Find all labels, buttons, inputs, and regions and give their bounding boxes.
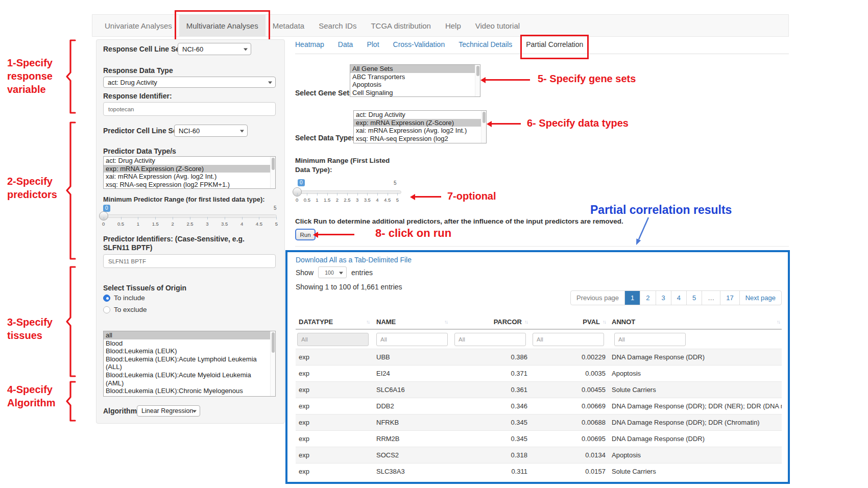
page-button[interactable]: 2 [640,291,655,305]
tab[interactable]: Plot [367,40,379,54]
column-header-parcor[interactable]: PARCOR ↑↓ [451,318,529,326]
algorithm-select[interactable]: Linear Regression [137,405,200,417]
filter-input-pval[interactable] [533,333,604,346]
column-header-annot[interactable]: ANNOT ↑↓ [608,318,782,326]
sort-icon[interactable]: ↑↓ [366,319,373,325]
table-row[interactable]: exp UBB 0.386 0.00229 DNA Damage Respons… [296,349,782,365]
scrollbar[interactable] [270,157,275,188]
filter-input-annot[interactable] [614,333,686,346]
table-row[interactable]: exp SLC38A3 0.311 0.0157 Solute Carriers [296,463,782,479]
listbox-option[interactable]: act: Drug Activity [354,111,481,119]
response-identifier-input[interactable]: topotecan [103,102,276,116]
filter-input-datatype[interactable] [297,333,369,346]
sort-icon[interactable]: ↑↓ [777,319,780,325]
cell-parcor: 0.345 [451,419,529,426]
download-link-text[interactable]: Download All as a Tab-Delimited File [296,256,412,264]
cell-parcor: 0.346 [451,402,529,410]
cell-datatype: exp [296,370,373,377]
cell-datatype: exp [296,386,373,394]
column-header-name[interactable]: NAME ↑↓ [373,318,451,326]
page-button[interactable]: 3 [656,291,671,305]
cell-datatype: exp [296,353,373,361]
response-identifier-label: Response Identifier: [103,92,172,100]
tissue-listbox[interactable]: allBloodBlood:Leukemia (LEUK)Blood:Leuke… [103,331,276,397]
pagination: Previous page12345…17Next page [570,290,782,305]
sort-icon[interactable]: ↑↓ [524,319,527,325]
listbox-option[interactable]: All Gene Sets [350,65,475,73]
listbox-option[interactable]: exp: mRNA Expression (Z-Score) [354,119,481,127]
show-entries-row: Show 100 entries [296,266,373,278]
nav-item[interactable]: Multivariate Analyses [179,15,266,36]
tab[interactable]: Partial Correlation [526,40,583,54]
cell-annot: DNA Damage Response (DDR); DDR (NER); DD… [608,402,782,410]
nav-item[interactable]: Video tutorial [468,15,527,36]
tab[interactable]: Technical Details [459,40,512,54]
listbox-option[interactable]: all [104,331,270,339]
page-button[interactable]: 1 [624,291,640,305]
listbox-option[interactable]: Blood:Leukemia (LEUK):Acute Lymphoid Leu… [104,355,270,371]
table-row[interactable]: exp NFRKB 0.345 0.00688 DNA Damage Respo… [296,414,782,430]
gene-sets-listbox[interactable]: All Gene SetsABC TransportersApoptosisCe… [350,64,480,97]
nav-item[interactable]: Help [438,15,468,36]
column-header-datatype[interactable]: DATATYPE ↑↓ [296,318,373,326]
entries-count-select[interactable]: 100 [318,266,347,278]
nav-item[interactable]: Search IDs [311,15,364,36]
radio-selected-icon[interactable] [103,295,110,302]
listbox-option[interactable]: exp: mRNA Expression (Z-Score) [104,165,275,173]
slider-tick-label: 0 [296,197,298,203]
filter-input-name[interactable] [376,333,448,346]
table-row[interactable]: exp RRM2B 0.345 0.00695 DNA Damage Respo… [296,430,782,447]
listbox-option[interactable]: Blood [104,339,270,348]
sort-icon[interactable]: ↑↓ [444,319,451,325]
listbox-option[interactable]: xai: mRNA Expression (Avg. log2 Int.) [104,173,275,181]
tab[interactable]: Heatmap [295,40,324,54]
page-button[interactable]: 4 [671,291,686,305]
page-button[interactable]: 17 [720,291,739,305]
listbox-option[interactable]: ABC Transporters [350,73,475,81]
min-range-slider[interactable] [296,190,401,194]
slider-tick-label: 3 [206,221,208,227]
listbox-option[interactable]: Blood:Leukemia (LEUK) [104,347,270,355]
data-types-listbox[interactable]: act: Drug Activityexp: mRNA Expression (… [353,110,487,143]
filter-input-parcor[interactable] [454,333,526,346]
listbox-option[interactable]: xsq: RNA-seq Expression (log2 FPKM+1.) [104,181,275,189]
page-button[interactable]: Next page [739,291,781,305]
table-row[interactable]: exp SLC6A16 0.361 0.00455 Solute Carrier… [296,381,782,398]
response-data-type-select[interactable]: act: Drug Activity [103,77,276,88]
table-row[interactable]: exp SOCS2 0.318 0.0134 Apoptosis [296,447,782,463]
slider-tick-label: 2.5 [186,221,193,227]
radio-exclude[interactable]: To exclude [103,306,147,313]
scrollbar[interactable] [270,331,275,396]
nav-item[interactable]: TCGA distribution [364,15,438,36]
scrollbar[interactable] [481,111,486,143]
listbox-option[interactable]: Cell Signaling [350,89,475,97]
run-button[interactable]: Run [295,229,316,240]
nav-item[interactable]: Metadata [266,15,312,36]
page-button[interactable]: Previous page [571,291,624,305]
listbox-option[interactable]: Blood:Leukemia (LEUK):Chronic Myelogenou… [104,387,270,397]
page-button[interactable]: 5 [686,291,702,305]
slider-tick-label: 4.5 [256,221,262,227]
download-link[interactable]: Download All as a Tab-Delimited File [296,256,412,264]
tab[interactable]: Cross-Validation [393,40,445,54]
showing-entries-text: Showing 1 to 100 of 1,661 entries [296,283,402,291]
listbox-option[interactable]: xai: mRNA Expression (Avg. log2 Int.) [354,127,481,135]
radio-unselected-icon[interactable] [103,306,110,313]
table-row[interactable]: exp DDB2 0.346 0.00669 DNA Damage Respon… [296,398,782,414]
predictor-identifiers-input[interactable]: SLFN11 BPTF [103,254,276,268]
predictor-data-types-listbox[interactable]: act: Drug Activityexp: mRNA Expression (… [103,156,276,189]
listbox-option[interactable]: Blood:Leukemia (LEUK):Acute Myeloid Leuk… [104,371,270,387]
tab[interactable]: Data [338,40,353,54]
radio-include[interactable]: To include [103,294,145,302]
nav-item[interactable]: Univariate Analyses [98,15,179,36]
response-cell-line-set-select[interactable]: NCI-60 [178,43,251,55]
listbox-option[interactable]: xsq: RNA-seq Expression (log2 FPKM+1.) [354,135,481,143]
predictor-cell-line-set-select[interactable]: NCI-60 [174,125,248,137]
sort-icon[interactable]: ↑↓ [602,319,606,325]
scrollbar[interactable] [475,65,480,96]
listbox-option[interactable]: Apoptosis [350,81,475,89]
page-button[interactable]: … [702,291,720,305]
listbox-option[interactable]: act: Drug Activity [104,157,275,165]
table-row[interactable]: exp EI24 0.371 0.0035 Apoptosis [296,365,782,381]
column-header-pval[interactable]: PVAL ↑↓ [529,318,608,326]
